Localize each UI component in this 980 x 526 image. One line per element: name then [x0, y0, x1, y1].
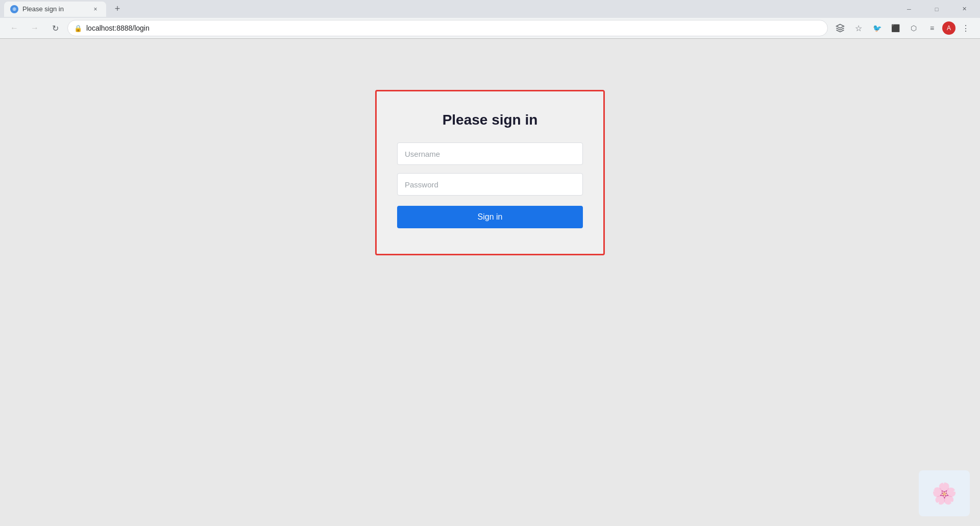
extension2-button[interactable]: ⬛ — [887, 20, 903, 36]
url-display: localhost:8888/login — [86, 24, 821, 32]
sign-in-button[interactable]: Sign in — [397, 206, 583, 228]
address-bar[interactable]: 🔒 localhost:8888/login — [67, 20, 828, 36]
nav-actions: ☆ 🐦 ⬛ ⬡ ≡ A ⋮ — [832, 20, 974, 36]
reload-button[interactable]: ↻ — [47, 20, 63, 36]
login-title: Please sign in — [443, 112, 538, 128]
active-tab[interactable]: Please sign in × — [4, 2, 106, 17]
lock-icon: 🔒 — [74, 25, 82, 32]
maximize-button[interactable]: □ — [925, 1, 948, 17]
bookmark-button[interactable]: ☆ — [850, 20, 867, 36]
minimize-button[interactable]: ─ — [897, 1, 921, 17]
browser-chrome: Please sign in × + ─ □ ✕ ← → ↻ 🔒 localho… — [0, 0, 980, 39]
tab-close-button[interactable]: × — [91, 5, 100, 14]
window-controls: ─ □ ✕ — [897, 1, 976, 17]
profile-button[interactable]: A — [942, 21, 955, 35]
extension4-button[interactable]: ≡ — [924, 20, 940, 36]
extension3-button[interactable]: ⬡ — [905, 20, 922, 36]
tab-title: Please sign in — [22, 5, 87, 13]
username-input[interactable] — [397, 142, 583, 165]
close-button[interactable]: ✕ — [952, 1, 976, 17]
extension1-button[interactable]: 🐦 — [869, 20, 885, 36]
forward-button[interactable]: → — [27, 20, 43, 36]
corner-decoration: 🌸 — [919, 470, 970, 516]
page-content: Please sign in Sign in 🌸 — [0, 39, 980, 526]
new-tab-button[interactable]: + — [110, 2, 125, 16]
password-input[interactable] — [397, 173, 583, 196]
tab-favicon-icon — [10, 5, 18, 13]
translate-button[interactable] — [832, 20, 848, 36]
nav-bar: ← → ↻ 🔒 localhost:8888/login ☆ 🐦 ⬛ ⬡ ≡ A… — [0, 18, 980, 38]
decoration-icon: 🌸 — [932, 482, 957, 506]
menu-button[interactable]: ⋮ — [958, 20, 974, 36]
login-card: Please sign in Sign in — [375, 90, 605, 255]
back-button[interactable]: ← — [6, 20, 22, 36]
title-bar: Please sign in × + ─ □ ✕ — [0, 0, 980, 18]
